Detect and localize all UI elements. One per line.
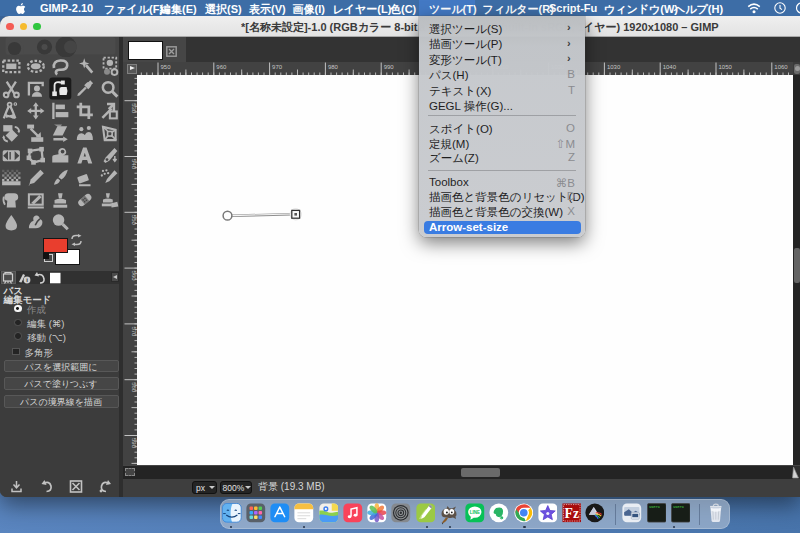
svg-text:1030: 1030 [607, 64, 621, 70]
svg-text:970: 970 [272, 64, 283, 70]
svg-text:user%: user% [673, 505, 684, 509]
svg-text:590: 590 [130, 438, 136, 449]
svg-text:560: 560 [130, 271, 136, 282]
svg-text:Fz: Fz [564, 506, 578, 521]
svg-text:540: 540 [130, 159, 136, 170]
svg-text:580: 580 [130, 382, 136, 393]
svg-text:550: 550 [130, 215, 136, 226]
svg-text:990: 990 [384, 64, 395, 70]
svg-text:570: 570 [130, 327, 136, 338]
svg-text:960: 960 [216, 64, 227, 70]
svg-text:950: 950 [161, 64, 172, 70]
svg-text:1040: 1040 [663, 64, 677, 70]
svg-text:1050: 1050 [719, 64, 733, 70]
svg-text:980: 980 [328, 64, 339, 70]
svg-text:530: 530 [130, 103, 136, 114]
svg-text:user%: user% [649, 505, 660, 509]
svg-text:LINE: LINE [470, 510, 480, 515]
svg-text:1060: 1060 [774, 64, 788, 70]
